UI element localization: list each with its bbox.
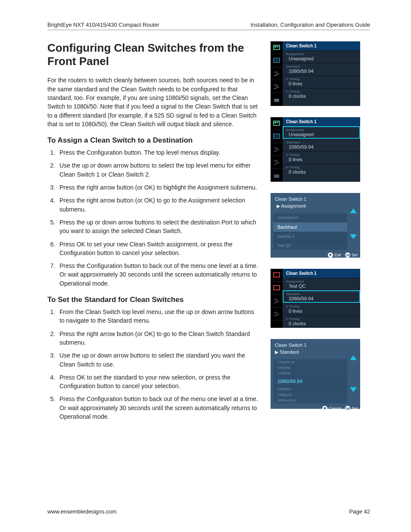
svg-text:CS: CS: [274, 299, 277, 301]
header-right: Installation, Configuration and Operatio…: [250, 22, 370, 28]
section-b-list: From the Clean Switch top level menu, us…: [47, 308, 258, 421]
list-item: From the Clean Switch top level menu, us…: [57, 308, 258, 325]
row-label: Standard: [286, 65, 357, 68]
svg-rect-23: [274, 273, 280, 277]
row-label: V Timing: [286, 77, 357, 81]
row-label: H Timing: [286, 165, 357, 169]
svg-point-7: [277, 74, 278, 75]
list-item: Press the Configuration button. The top …: [57, 148, 258, 157]
breadcrumb: ▶ Assignment: [271, 202, 360, 210]
list-item: Press the right arrow button (or OK) to …: [57, 183, 258, 192]
down-arrow-icon[interactable]: [350, 234, 357, 239]
svg-rect-4: [274, 59, 279, 62]
row-label: Standard: [286, 292, 357, 296]
footer-url: www.ensembledesigns.com: [47, 508, 116, 515]
monitor-icon: [271, 130, 283, 143]
svg-text:CS: CS: [274, 160, 277, 162]
option-item[interactable]: 1080p/25: [273, 392, 347, 398]
down-arrow-icon[interactable]: [350, 387, 357, 392]
menu-panel-2: CS CS Clean Switch 1 AssignmentUnassigne…: [271, 117, 360, 182]
svg-rect-12: [275, 100, 276, 100]
monitor-icon: [271, 54, 283, 67]
row-value: Unassigned: [286, 56, 357, 61]
svg-rect-19: [274, 135, 279, 137]
page-title: Configuring Clean Switches from the Fron…: [47, 41, 258, 68]
header-left: BrightEye NXT 410/415/430 Compact Router: [47, 22, 159, 28]
list-item: Press the Configuration button to back o…: [57, 261, 258, 288]
option-item[interactable]: 1080i/60: [273, 386, 347, 392]
row-value: 0 clocks: [286, 93, 357, 99]
svg-point-6: [275, 75, 276, 76]
list-item: Press the up or down arrow buttons to se…: [57, 218, 258, 236]
row-value: 1080i/59.94: [286, 68, 357, 74]
monitor-icon: [271, 117, 283, 130]
option-item[interactable]: 720p/60: [273, 365, 347, 370]
monitor-icon: [271, 41, 283, 54]
list-item: Press OK to set your new Clean Switch as…: [57, 240, 258, 258]
up-arrow-icon[interactable]: [350, 355, 357, 360]
exit-button[interactable]: ✱Exit: [328, 252, 341, 258]
svg-rect-24: [274, 286, 280, 290]
svg-rect-22: [274, 174, 279, 178]
breadcrumb: ▶ Standard: [271, 348, 360, 356]
ok-icon: OK: [345, 406, 350, 411]
ok-icon: OK: [345, 252, 350, 258]
svg-rect-14: [277, 100, 278, 100]
row-value: 1080i/59.94: [286, 144, 357, 149]
set-button[interactable]: OKSet: [345, 252, 358, 258]
svg-point-10: [277, 87, 278, 87]
row-label: H Timing: [286, 90, 357, 93]
row-value: 0 lines: [286, 81, 357, 86]
option-item[interactable]: 1080p/23.98: [273, 398, 347, 403]
option-item[interactable]: Satellite 1: [273, 232, 347, 241]
option-item[interactable]: 1080i/50: [273, 370, 347, 376]
cancel-button[interactable]: ✱Cancel: [322, 406, 341, 411]
panel-title: Clean Switch 1: [283, 269, 360, 278]
list-item: Press the right arrow button (or OK) to …: [57, 196, 258, 214]
list-item: Use the up or down arrow buttons to sele…: [57, 351, 258, 369]
svg-text:CS: CS: [274, 84, 277, 87]
svg-text:CS: CS: [274, 71, 277, 74]
section-a-heading: To Assign a Clean Switch to a Destinatio…: [47, 136, 258, 145]
svg-text:CS: CS: [274, 311, 277, 314]
list-item: Press OK to set the standard to your new…: [57, 373, 258, 391]
section-a-list: Press the Configuration button. The top …: [47, 148, 258, 288]
gear-icon: ✱: [328, 252, 333, 258]
option-item-current[interactable]: 1080i/59.94: [273, 376, 347, 386]
option-item[interactable]: Test QC: [273, 241, 347, 250]
svg-rect-1: [274, 46, 276, 47]
menu-panel-4: CS CS Clean Switch 1 AssignmentTest QC S…: [271, 269, 360, 328]
row-value: 0 lines: [286, 308, 357, 314]
building-icon: [271, 93, 283, 106]
option-item[interactable]: 720p/59.94: [273, 359, 347, 365]
standard-submenu: Clean Switch 1 ▶ Standard 720p/59.94 720…: [271, 339, 360, 409]
option-item[interactable]: Unassigned: [273, 213, 347, 222]
row-label: Assignment: [286, 52, 357, 56]
assignment-submenu: Clean Switch 1 ▶ Assignment Unassigned B…: [271, 193, 360, 258]
cs-icon: CS: [271, 67, 283, 80]
menu-panel-1: CS CS Clean Switch 1 AssignmentUnassigne…: [271, 41, 360, 106]
svg-rect-16: [274, 122, 276, 123]
option-item-selected[interactable]: Backhaul: [273, 222, 347, 232]
set-button[interactable]: OKSet: [345, 406, 358, 411]
cs-icon: CS: [271, 308, 283, 320]
breadcrumb: Clean Switch 1: [271, 196, 360, 202]
row-value: Unassigned: [286, 132, 357, 137]
svg-rect-2: [277, 46, 279, 47]
svg-point-9: [275, 88, 276, 89]
intro-paragraph: For the routers to switch cleanly betwee…: [47, 76, 258, 128]
row-label: V Timing: [286, 153, 357, 157]
monitor-icon: [271, 282, 283, 295]
row-value: 0 clocks: [286, 169, 357, 174]
svg-text:CS: CS: [274, 147, 277, 149]
page-number: Page 42: [349, 508, 370, 515]
up-arrow-icon[interactable]: [350, 208, 357, 213]
list-item: Press the right arrow button (or OK) to …: [57, 330, 258, 347]
gear-icon: ✱: [322, 406, 327, 411]
cs-icon: CS: [271, 295, 283, 308]
row-value: 0 clocks: [286, 321, 357, 326]
svg-rect-13: [276, 100, 277, 100]
row-value: 1080i/59.94: [286, 296, 357, 301]
list-item: Press the Configuration button to back o…: [57, 395, 258, 421]
row-label: Standard: [286, 140, 357, 144]
